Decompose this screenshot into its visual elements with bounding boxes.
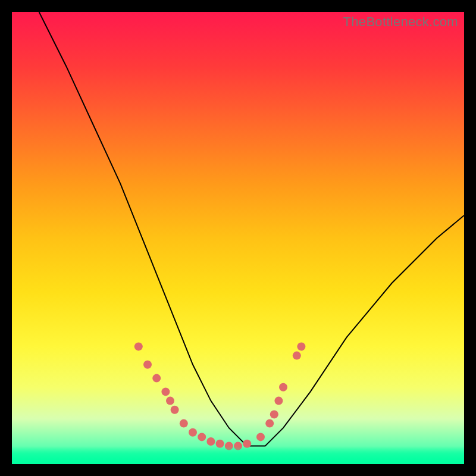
data-point [270, 410, 278, 418]
data-point [134, 342, 143, 350]
data-point [161, 387, 170, 396]
data-point [152, 374, 161, 383]
data-point [256, 433, 265, 441]
data-point [293, 352, 301, 360]
data-point [180, 419, 188, 428]
data-point [143, 361, 152, 369]
watermark-text: TheBottleneck.com [343, 14, 458, 30]
data-point [225, 442, 233, 450]
data-point [243, 440, 251, 448]
data-point [198, 433, 206, 441]
data-point [234, 442, 242, 450]
data-point [206, 437, 215, 446]
chart-area: TheBottleneck.com [12, 12, 464, 464]
data-point [274, 397, 283, 405]
data-point [171, 406, 179, 414]
data-point [279, 383, 287, 392]
data-point [166, 397, 174, 405]
data-point [216, 440, 224, 448]
bottleneck-curve [12, 12, 464, 464]
data-point [265, 419, 274, 428]
data-point [189, 428, 197, 437]
data-point [297, 342, 305, 350]
